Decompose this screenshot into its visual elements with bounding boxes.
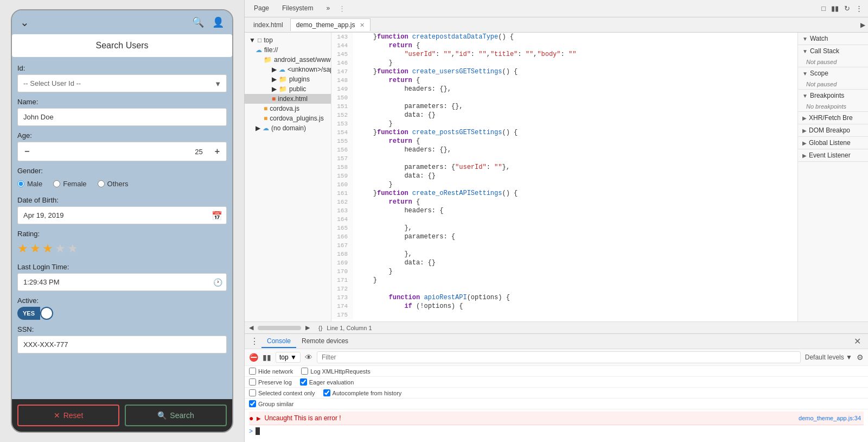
code-line: 150 (331, 93, 797, 102)
clear-console-icon[interactable]: ⛔ (249, 353, 258, 362)
name-input[interactable] (17, 108, 227, 126)
star-1[interactable]: ★ (17, 242, 28, 256)
more-options-icon[interactable]: ⋮ (853, 4, 865, 12)
code-line: 170 } (331, 267, 797, 276)
console-filter-input[interactable] (317, 351, 801, 363)
tree-item-nodomain[interactable]: ▶ ☁ (no domain) (245, 123, 331, 133)
rating-stars[interactable]: ★ ★ ★ ★ ★ (17, 240, 227, 257)
star-2[interactable]: ★ (30, 242, 41, 256)
age-decrement-button[interactable]: − (18, 142, 36, 161)
pause-console-icon[interactable]: ▮▮ (263, 353, 271, 362)
group-similar-option[interactable]: Group similar (249, 400, 293, 407)
time-icon[interactable]: 🕐 (213, 278, 222, 287)
page-title: Search Users (12, 34, 232, 57)
gender-male-radio[interactable] (17, 180, 24, 187)
gender-others-option[interactable]: Others (98, 180, 129, 188)
age-increment-button[interactable]: + (208, 142, 226, 161)
console-options-row-4: Group similar (245, 399, 868, 409)
status-left-arrow[interactable]: ◀ (249, 324, 253, 331)
search-button[interactable]: 🔍 Search (125, 405, 227, 426)
dom-section-header[interactable]: ▶ DOM Breakpo (798, 124, 868, 136)
eye-icon[interactable]: 👁 (305, 353, 312, 362)
preserve-log-option[interactable]: Preserve log (249, 378, 292, 386)
console-cursor[interactable] (256, 427, 260, 435)
xhr-section-header[interactable]: ▶ XHR/Fetch Bre (798, 112, 868, 124)
tree-item-plugins[interactable]: ▶ 📁 plugins (245, 74, 331, 84)
autocomplete-option[interactable]: Autocomplete from history (323, 389, 402, 396)
tree-item-file[interactable]: ☁ file:// (245, 45, 331, 55)
tree-item-indexhtml[interactable]: ■ index.html (245, 94, 331, 104)
remote-devices-tab[interactable]: Remote devices (296, 335, 354, 348)
tree-item-android[interactable]: 📁 android_asset/www (245, 55, 331, 65)
file-tab-index[interactable]: index.html (247, 18, 289, 31)
tree-item-cordova[interactable]: ■ cordova.js (245, 104, 331, 113)
filesystem-tab[interactable]: Filesystem (276, 1, 320, 16)
tree-label: cordova.js (270, 105, 299, 112)
default-levels-dropdown[interactable]: Default levels ▼ (805, 353, 852, 361)
log-xml-checkbox[interactable] (301, 368, 308, 375)
callstack-section-header[interactable]: ▼ Call Stack (798, 45, 868, 57)
reset-label: Reset (63, 411, 84, 420)
preserve-log-checkbox[interactable] (249, 378, 256, 386)
context-selector[interactable]: top ▼ (276, 352, 301, 363)
calendar-icon[interactable]: 📅 (212, 210, 222, 220)
expand-error-icon[interactable]: ▶ (257, 415, 261, 421)
search-icon[interactable]: 🔍 (192, 16, 204, 28)
pause-icon[interactable]: ▮▮ (828, 4, 841, 12)
hide-network-option[interactable]: Hide network (249, 368, 293, 375)
more-tabs-button[interactable]: » (320, 1, 336, 16)
page-tab[interactable]: Page (247, 1, 276, 16)
console-options-icon[interactable]: ⋮ (247, 336, 261, 346)
user-icon[interactable]: 👤 (212, 16, 224, 28)
event-listener-section-header[interactable]: ▶ Event Listener (798, 149, 868, 161)
gender-others-radio[interactable] (98, 180, 105, 187)
star-3[interactable]: ★ (42, 242, 53, 256)
watch-section-header[interactable]: ▼ Watch (798, 33, 868, 45)
scope-section-header[interactable]: ▼ Scope (798, 67, 868, 79)
file-tab-demo[interactable]: demo_theme_app.js ✕ (290, 18, 371, 31)
refresh-icon[interactable]: ↻ (841, 4, 853, 12)
console-tab[interactable]: Console (261, 335, 296, 348)
eager-eval-option[interactable]: Eager evaluation (300, 378, 354, 386)
folder-icon: 📁 (264, 56, 272, 64)
autocomplete-checkbox[interactable] (323, 389, 330, 396)
tree-item-cordovaplugins[interactable]: ■ cordova_plugins.js (245, 113, 331, 123)
expand-icon[interactable]: ▶ (860, 21, 865, 29)
toggle-yes-button[interactable]: YES (17, 307, 40, 320)
close-tab-icon[interactable]: ✕ (360, 22, 365, 28)
reset-button[interactable]: ✕ Reset (17, 405, 119, 426)
devtools-panel-icon[interactable]: □ (819, 4, 828, 12)
age-label: Age: (17, 131, 227, 140)
tree-item-public[interactable]: ▶ 📁 public (245, 84, 331, 94)
tree-item-unknown[interactable]: ▶ ☁ <unknown>/sap/ui/th (245, 65, 331, 74)
star-5[interactable]: ★ (67, 242, 78, 256)
console-close-button[interactable]: ✕ (850, 336, 865, 346)
user-id-select[interactable]: -- Select User Id -- (17, 74, 227, 92)
id-select-wrapper: -- Select User Id -- ▼ (17, 74, 227, 92)
gender-female-radio[interactable] (53, 180, 60, 187)
chevron-down-icon[interactable]: ⌄ (20, 16, 29, 29)
last-login-input[interactable] (17, 273, 227, 291)
gender-female-option[interactable]: Female (53, 180, 86, 188)
console-settings-icon[interactable]: ⚙ (857, 353, 864, 362)
star-4[interactable]: ★ (55, 242, 66, 256)
code-editor[interactable]: 143 }function createpostdataDataType() {… (331, 33, 797, 321)
console-options-row-1: Hide network Log XMLHttpRequests (245, 366, 868, 377)
log-xml-option[interactable]: Log XMLHttpRequests (301, 368, 371, 375)
dob-input[interactable] (17, 206, 227, 224)
global-listener-section-header[interactable]: ▶ Global Listene (798, 137, 868, 149)
error-source-link[interactable]: demo_theme_app.js:34 (799, 415, 864, 421)
gender-male-option[interactable]: Male (17, 180, 42, 188)
status-right-arrow[interactable]: ▶ (305, 324, 310, 331)
selected-context-option[interactable]: Selected context only (249, 389, 315, 396)
active-toggle[interactable]: YES (17, 307, 227, 320)
eager-eval-checkbox[interactable] (300, 378, 307, 386)
tree-label: file:// (264, 46, 278, 54)
breakpoints-section-header[interactable]: ▼ Breakpoints (798, 90, 868, 102)
tree-item-top[interactable]: ▼ □ top (245, 35, 331, 45)
devtools-main: ▼ □ top ☁ file:// 📁 android_asset/www ▶ … (245, 33, 868, 321)
hide-network-checkbox[interactable] (249, 368, 256, 375)
ssn-input[interactable] (17, 336, 227, 353)
selected-context-checkbox[interactable] (249, 389, 256, 396)
group-similar-checkbox[interactable] (249, 400, 256, 407)
